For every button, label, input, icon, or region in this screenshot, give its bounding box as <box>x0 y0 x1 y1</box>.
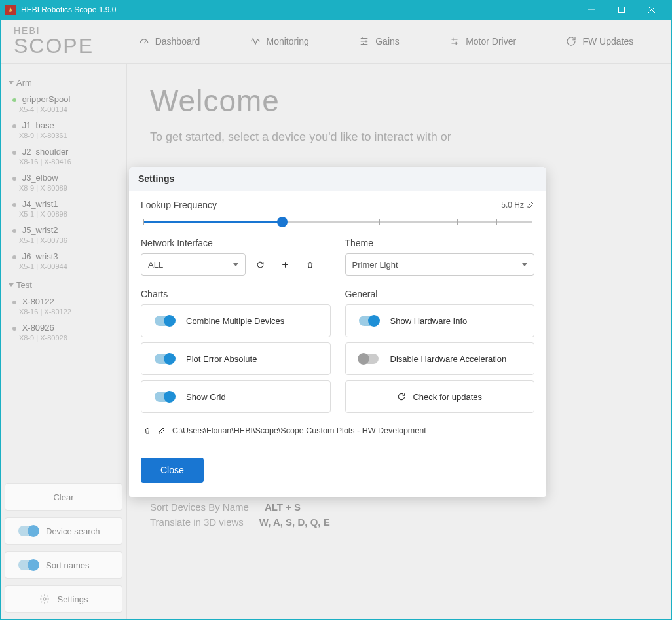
custom-plots-path: C:\Users\Florian\HEBI\Scope\Scope Custom… <box>172 426 426 435</box>
brand-logo: HEBI SCOPE <box>14 26 94 56</box>
group-test[interactable]: Test <box>9 280 120 290</box>
trash-icon[interactable] <box>143 427 151 435</box>
tune-icon <box>449 35 460 47</box>
show-hardware-info-toggle[interactable]: Show Hardware Info <box>345 304 535 337</box>
custom-plots-path-row: C:\Users\Florian\HEBI\Scope\Scope Custom… <box>141 422 534 439</box>
page-title: Welcome <box>150 83 652 119</box>
shortcut-sort: Sort Devices By Name ALT + S <box>150 501 652 513</box>
device-item[interactable]: X-80926 X8-9 | X-80926 <box>12 320 120 346</box>
edit-icon[interactable] <box>158 427 166 435</box>
window-close-button[interactable] <box>637 0 667 20</box>
delete-interface-button[interactable] <box>299 254 320 275</box>
dialog-title: Settings <box>129 167 546 191</box>
toggle-icon <box>18 526 38 536</box>
lookup-frequency-value: 5.0 Hz <box>501 200 524 210</box>
device-sidebar: Arm gripperSpool X5-4 | X-00134 J1_base … <box>1 64 127 619</box>
device-item[interactable]: J2_shoulder X8-16 | X-80416 <box>12 144 120 170</box>
nav-dashboard[interactable]: Dashboard <box>138 35 200 47</box>
nav-gains[interactable]: Gains <box>358 35 400 47</box>
check-updates-button[interactable]: Check for updates <box>345 380 535 413</box>
app-header: HEBI SCOPE Dashboard Monitoring Gains Mo… <box>1 20 671 64</box>
device-item[interactable]: gripperSpool X5-4 | X-00134 <box>12 92 120 118</box>
settings-button[interactable]: Settings <box>5 585 122 613</box>
group-arm[interactable]: Arm <box>9 78 120 88</box>
window-maximize-button[interactable] <box>607 0 637 20</box>
device-item[interactable]: J3_elbow X8-9 | X-80089 <box>12 170 120 196</box>
combine-devices-toggle[interactable]: Combine Multiple Devices <box>141 304 331 337</box>
lookup-frequency-section: Lookup Frequency 5.0 Hz <box>141 200 534 228</box>
nav-motor-driver[interactable]: Motor Driver <box>449 35 516 47</box>
refresh-icon <box>397 392 406 401</box>
device-item[interactable]: X-80122 X8-16 | X-80122 <box>12 294 120 320</box>
toggle-icon <box>18 560 38 570</box>
window-title: HEBI Robotics Scope 1.9.0 <box>21 5 576 14</box>
window-minimize-button[interactable] <box>576 0 607 20</box>
gear-icon <box>39 594 50 604</box>
page-subtitle: To get started, select a device you'd li… <box>150 130 652 144</box>
device-item[interactable]: J4_wrist1 X5-1 | X-00898 <box>12 196 120 223</box>
wave-icon <box>250 35 261 47</box>
device-item[interactable]: J6_wrist3 X5-1 | X-00944 <box>12 249 120 275</box>
window-titlebar: ✳ HEBI Robotics Scope 1.9.0 <box>0 0 672 20</box>
edit-icon[interactable] <box>527 201 534 209</box>
sort-names-toggle[interactable]: Sort names <box>5 551 122 579</box>
nav-fw-updates[interactable]: FW Updates <box>565 35 633 47</box>
close-button[interactable]: Close <box>141 458 204 483</box>
svg-rect-0 <box>619 7 625 13</box>
network-interface-select[interactable]: ALL <box>141 253 246 276</box>
shortcut-translate: Translate in 3D views W, A, S, D, Q, E <box>150 517 652 528</box>
refresh-interface-button[interactable] <box>250 254 271 275</box>
gauge-icon <box>138 35 150 47</box>
device-item[interactable]: J1_base X8-9 | X-80361 <box>12 118 120 144</box>
device-item[interactable]: J5_wrist2 X5-1 | X-00736 <box>12 223 120 249</box>
add-interface-button[interactable] <box>274 254 295 275</box>
lookup-frequency-slider[interactable] <box>141 215 534 228</box>
theme-select[interactable]: Primer Light <box>345 253 535 276</box>
app-icon: ✳ <box>5 5 16 15</box>
show-grid-toggle[interactable]: Show Grid <box>141 380 331 413</box>
disable-hw-accel-toggle[interactable]: Disable Hardware Acceleration <box>345 342 535 375</box>
settings-dialog: Settings Lookup Frequency 5.0 Hz <box>129 167 546 497</box>
plot-error-absolute-toggle[interactable]: Plot Error Absolute <box>141 342 331 375</box>
refresh-icon <box>565 35 577 47</box>
clear-button[interactable]: Clear <box>5 483 122 511</box>
sliders-icon <box>358 35 370 47</box>
nav-monitoring[interactable]: Monitoring <box>250 35 309 47</box>
device-search-toggle[interactable]: Device search <box>5 517 122 545</box>
svg-point-1 <box>43 598 46 600</box>
